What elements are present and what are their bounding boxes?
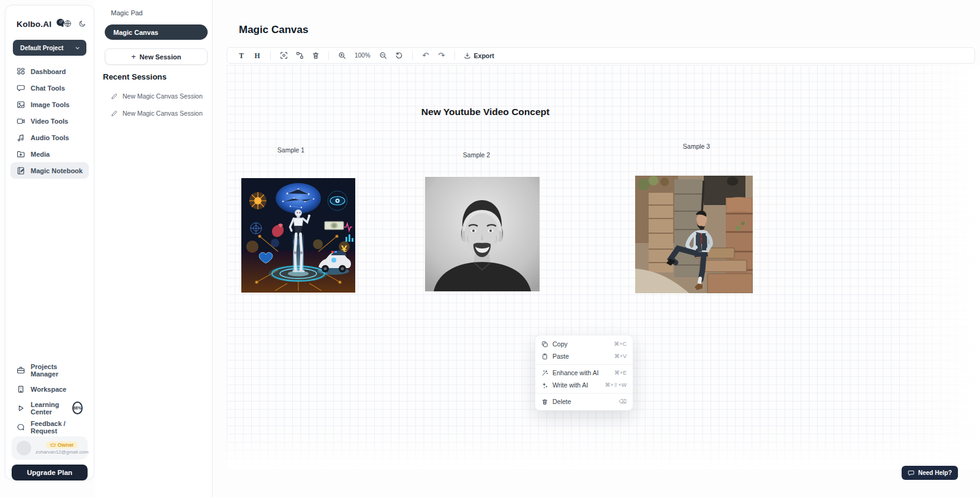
sidebar-item-projects-manager[interactable]: Projects Manager (10, 361, 89, 379)
context-menu-shortcut: ⌘+V (614, 353, 627, 359)
upgrade-plan-button[interactable]: Upgrade Plan (12, 465, 88, 480)
video-icon (17, 117, 25, 125)
session-list-item[interactable]: New Magic Canvas Session (111, 110, 203, 117)
dark-mode-moon-icon[interactable] (78, 19, 86, 30)
heading-tool-button[interactable]: H (251, 49, 264, 62)
context-menu-label: Copy (552, 340, 568, 348)
left-sidebar: Kolbo.AI Default Project Dashboard Chat … (5, 5, 94, 480)
audio-icon (17, 133, 25, 142)
sidebar-item-label: Learning Center (31, 401, 66, 416)
image-icon (17, 100, 25, 109)
zoom-in-icon (338, 51, 346, 59)
delete-tool-button[interactable] (309, 49, 322, 62)
context-menu-shortcut: ⌘+E (614, 370, 627, 376)
sidebar-item-media[interactable]: Media (10, 146, 89, 162)
tab-magic-pad[interactable]: Magic Pad (111, 9, 143, 17)
context-menu-paste[interactable]: Paste ⌘+V (535, 350, 633, 362)
chevron-down-icon (75, 45, 80, 51)
sidebar-item-feedback-request[interactable]: Feedback / Request (10, 417, 89, 436)
pencil-icon (111, 93, 118, 100)
sidebar-item-magic-notebook[interactable]: Magic Notebook (10, 162, 89, 179)
session-panel: Magic Pad Magic Canvas + New Session Rec… (95, 0, 213, 497)
zoom-level: 100% (351, 52, 374, 59)
trash-icon (312, 51, 320, 59)
ai-select-tool-button[interactable] (277, 49, 290, 62)
canvas-toolbar: T H 100% ↶ ↷ Export (227, 47, 975, 64)
page-title: Magic Canvas (239, 24, 308, 36)
copy-icon (541, 341, 548, 348)
download-icon (464, 52, 471, 59)
sidebar-item-audio-tools[interactable]: Audio Tools (10, 129, 89, 146)
session-label: New Magic Canvas Session (123, 92, 203, 100)
canvas-heading-text[interactable]: New Youtube Video Concept (392, 106, 579, 118)
play-icon (17, 404, 25, 413)
sidebar-item-label: Video Tools (31, 118, 68, 125)
sidebar-item-chat-tools[interactable]: Chat Tools (10, 80, 89, 96)
undo-button[interactable]: ↶ (419, 49, 432, 62)
sample-1-image[interactable]: ¥ (241, 178, 355, 293)
connector-tool-button[interactable] (293, 49, 306, 62)
sidebar-item-label: Chat Tools (31, 84, 65, 92)
tab-magic-canvas[interactable]: Magic Canvas (105, 24, 208, 40)
user-account-card[interactable]: Owner zoharvan12@gmail.com (12, 436, 88, 460)
toolbar-divider (412, 51, 413, 60)
text-tool-button[interactable]: T (235, 49, 248, 62)
context-menu-enhance-with-ai[interactable]: Enhance with AI ⌘+E (535, 367, 633, 379)
export-label: Export (474, 52, 494, 59)
context-menu-shortcut: ⌫ (619, 398, 627, 405)
sidebar-item-image-tools[interactable]: Image Tools (10, 96, 89, 113)
toolbar-divider (454, 51, 455, 60)
redo-button[interactable]: ↷ (435, 49, 448, 62)
sidebar-item-label: Dashboard (31, 68, 66, 75)
toolbar-divider (328, 51, 329, 60)
toolbar-divider (270, 51, 271, 60)
zoom-out-button[interactable] (377, 49, 390, 62)
context-menu: Copy ⌘+C Paste ⌘+V Enhance with AI ⌘+E W… (535, 335, 633, 411)
sample-3-label[interactable]: Sample 3 (666, 143, 727, 150)
sidebar-item-video-tools[interactable]: Video Tools (10, 113, 89, 129)
session-label: New Magic Canvas Session (123, 110, 203, 117)
session-list-item[interactable]: New Magic Canvas Session (111, 92, 203, 100)
learning-progress-badge: 66% (72, 402, 83, 414)
magic-wand-icon (541, 370, 548, 376)
building-icon (17, 385, 25, 394)
sidebar-item-label: Projects Manager (31, 363, 83, 378)
sidebar-item-learning-center[interactable]: Learning Center 66% (10, 398, 89, 417)
sidebar-item-dashboard[interactable]: Dashboard (10, 63, 89, 80)
context-menu-write-with-ai[interactable]: Write with AI ⌘+⇧+W (535, 379, 633, 391)
user-email: zoharvan12@gmail.com (36, 449, 88, 455)
plus-icon: + (131, 52, 136, 61)
trash-icon (541, 398, 548, 405)
context-menu-shortcut: ⌘+⇧+W (605, 382, 627, 388)
context-menu-divider (535, 364, 633, 365)
sample-1-label[interactable]: Sample 1 (260, 146, 322, 154)
new-session-label: New Session (140, 53, 181, 61)
project-selector[interactable]: Default Project (13, 40, 86, 56)
context-menu-label: Write with AI (552, 381, 588, 389)
sample-2-image[interactable] (425, 177, 540, 291)
language-globe-icon[interactable] (64, 19, 72, 30)
export-button[interactable]: Export (461, 52, 497, 59)
need-help-button[interactable]: Need Help? (902, 466, 958, 480)
zoom-out-icon (379, 51, 387, 59)
reset-view-button[interactable] (393, 49, 406, 62)
dashboard-icon (17, 67, 25, 76)
undo-icon: ↶ (422, 51, 429, 59)
pencil-icon (111, 110, 118, 117)
sample-2-label[interactable]: Sample 2 (446, 151, 507, 159)
context-menu-delete[interactable]: Delete ⌫ (535, 395, 633, 408)
project-selector-label: Default Project (20, 45, 75, 51)
context-menu-copy[interactable]: Copy ⌘+C (535, 338, 633, 350)
recent-sessions-header: Recent Sessions (103, 72, 167, 81)
briefcase-icon (17, 366, 25, 375)
sidebar-item-label: Workspace (31, 386, 67, 393)
redo-icon: ↷ (438, 51, 445, 59)
sidebar-bottom-nav: Projects Manager Workspace Learning Cent… (10, 361, 89, 436)
help-chat-icon (908, 469, 914, 476)
new-session-button[interactable]: + New Session (105, 48, 208, 65)
media-folder-icon (17, 150, 25, 159)
sample-3-image[interactable] (635, 176, 753, 293)
zoom-in-button[interactable] (335, 49, 349, 62)
sidebar-item-workspace[interactable]: Workspace (10, 379, 89, 398)
crown-icon (50, 443, 56, 447)
